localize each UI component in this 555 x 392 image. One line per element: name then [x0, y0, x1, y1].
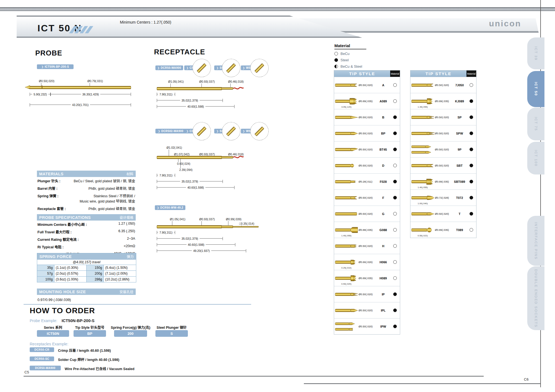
tip-table-header: TIP STYLEMaterial — [334, 70, 400, 77]
dimension-bar: 35.02(1.379) — [157, 180, 223, 183]
steel-symbol-icon — [393, 308, 397, 312]
order-field-value-200: 200 — [114, 330, 147, 337]
probe-specifications-table: PROBE SPECIFICATIONS设计规格Minimum Centers … — [37, 214, 136, 258]
cup-icon — [335, 97, 359, 106]
receptacle-badge-DCR50-WA900: ❯DCR50-WA900 — [155, 65, 183, 70]
probe-example-value: ICT50N-BP-200-S — [62, 318, 94, 323]
material-column-header: Material — [466, 70, 476, 77]
tip-style-row-H066: 0.25(.010)Ø0.66(.026)H066 — [334, 254, 400, 270]
tip-dimension: Ø0.50(.020) — [359, 148, 376, 151]
spec-value: PhBr, gold plated 磷青铜, 镀金 — [89, 186, 135, 191]
diameter-label: Ø0.50(.020) — [39, 79, 54, 83]
spring-travel-note: @4.00(.157) travel — [37, 260, 136, 265]
tip-dimension: Ø0.50(.020) — [435, 164, 453, 167]
badge-arrow-icon: ❯ — [157, 67, 160, 69]
dimension-bar: 5.90(.232) — [30, 93, 51, 96]
receptacle-rod-icon — [226, 126, 236, 136]
spring-force-table: SPRING FORCE弹力@4.00(.157) travel35g(1.1o… — [37, 253, 136, 282]
dimension-label: 35.02(1.379) — [180, 237, 200, 240]
tip-code: D — [376, 164, 390, 167]
tip-material-cell — [466, 196, 476, 199]
tip-style-row-7J050: Ø0.50(.020)7J050 — [410, 77, 476, 93]
sidebar-tab-ict-100[interactable]: ICT 100 — [527, 142, 544, 174]
sidebar-tab-ict-39[interactable]: ICT 39 — [527, 37, 544, 69]
spring-force-row: 35g(1.1oz) (0.30N)150g(5.4oz) (1.50N) — [37, 265, 136, 271]
order-field-value-ICT50N: ICT50N — [37, 330, 69, 337]
tip-code: F — [376, 196, 390, 199]
dimension-bar: 40.60(1.598) — [157, 186, 234, 189]
receptacle-detail-photo — [222, 59, 240, 77]
dimension-label: 40.60(1.598) — [186, 243, 206, 246]
steel-symbol-icon — [393, 115, 397, 119]
tip-drawing — [334, 77, 359, 93]
dimension-label: 40.60(1.598) — [186, 186, 205, 189]
receptacle-rod-icon — [197, 63, 206, 73]
dimension-bar: 43.20(1.701) — [30, 103, 131, 107]
spec-row: Plunger 针头 :BeCu / Steel, gold plated 铍铜… — [37, 177, 136, 184]
tip-dimension: Ø0.50(.020) — [359, 196, 376, 199]
spec-row: Full Travel 最大行程 :6.35 (.250) — [37, 228, 136, 236]
leader-line — [180, 158, 181, 168]
spring-force-row: 57g(2.0oz) (0.57N)200g(7.1oz) (2.00N) — [37, 271, 136, 277]
steel-symbol-icon — [393, 180, 397, 183]
sidebar-tab-ict-50[interactable]: ICT 50 — [527, 71, 544, 107]
becu-symbol-icon — [470, 228, 473, 232]
tip-dimension: Ø0.89(.035) — [359, 100, 376, 103]
sidebar-tab-ict-75[interactable]: ICT 75 — [527, 108, 544, 140]
steel-symbol-icon — [470, 115, 473, 119]
probe-barrel — [29, 86, 131, 89]
sidebar-tab-double-ended-sockets[interactable]: DOUBLE ENDED SOCKETS — [527, 266, 544, 330]
tip-dimension: Ø0.50(.020) — [435, 148, 453, 151]
tip-drawing: 0.25(.010) — [334, 254, 359, 270]
steel-symbol-icon — [470, 180, 473, 183]
diameter-label: Ø0.93(.037) — [199, 218, 215, 221]
tip-material-cell — [390, 131, 400, 135]
leader-line — [201, 221, 202, 225]
spear-icon — [335, 129, 359, 138]
sidebar-tab-label: ICT 75 — [534, 117, 538, 131]
tip-dimension: Ø0.50(.020) — [359, 84, 376, 87]
order-field-label: Tip Style 针头型号 — [68, 325, 112, 330]
dimension-label: 35.02(1.379) — [180, 180, 200, 183]
spring-grams: 57g — [37, 271, 54, 276]
order-field-value-BP: BP — [74, 330, 106, 337]
flat-icon — [335, 209, 359, 219]
spec-value: PhBr, gold plated 磷青铜, 镀金 — [89, 206, 135, 211]
steel-symbol-icon — [334, 58, 338, 62]
tip-drawing — [334, 206, 359, 222]
dimension-label: 7.90(.311) — [158, 93, 174, 96]
tip-code: BT45 — [376, 148, 390, 151]
leader-line — [176, 156, 176, 157]
section-header-label-zh: 材料 — [127, 171, 133, 176]
tip-drawing: 0.50(.020) — [334, 270, 359, 286]
dimension-bar: 35.02(1.379) — [157, 99, 223, 102]
tip-material-cell — [466, 212, 476, 216]
tip-drawing: 1.39(.055) — [410, 93, 435, 109]
page-number-right: C6 — [524, 377, 529, 381]
spring-grams: 150g — [87, 265, 104, 270]
receptacle-detail-photo — [222, 122, 240, 140]
section-header: MOUNTING HOLE SIZE安装孔径 — [37, 289, 136, 295]
tip-style-row-A089: 3.05(.120)Ø0.89(.035)A089 — [334, 93, 400, 109]
tip-dimension: Ø0.50(.020) — [359, 293, 376, 296]
dimension-label: 7.90(.311) — [158, 231, 174, 234]
section-header-label-zh: 设计规格 — [120, 215, 133, 220]
dimension-label: 36.30(1.429) — [81, 93, 100, 96]
spring-oz-newton: (7.1oz) (2.00N) — [104, 271, 136, 276]
chisel-icon — [411, 80, 435, 90]
spec-value: 2~3A — [127, 237, 135, 242]
receptacle-badge-DCR502-WA900: ❯DCR502-WA900 — [155, 129, 186, 133]
becu-symbol-icon — [393, 83, 397, 87]
spring-oz-newton: (5.4oz) (1.50N) — [104, 265, 136, 270]
badge-arrow-icon: ❯ — [186, 67, 188, 69]
badge-arrow-icon: ❯ — [157, 206, 159, 209]
spec-row: Spring 弹簧 :Stainless Steel / 不锈钢丝 / Musi… — [37, 192, 136, 205]
tip-drawing — [334, 141, 359, 157]
tip-material-cell — [390, 292, 400, 296]
tip-material-cell — [390, 115, 400, 119]
needle-icon — [335, 290, 359, 299]
sidebar-tab-interface-pins[interactable]: INTERFACE PINS — [527, 216, 544, 266]
diameter-label: Ø0.93(.037) — [199, 153, 215, 156]
mounting-hole-size-value: 0.97/0.99 (.038/.039) — [37, 298, 71, 302]
section-header: SPRING FORCE弹力 — [37, 253, 136, 260]
